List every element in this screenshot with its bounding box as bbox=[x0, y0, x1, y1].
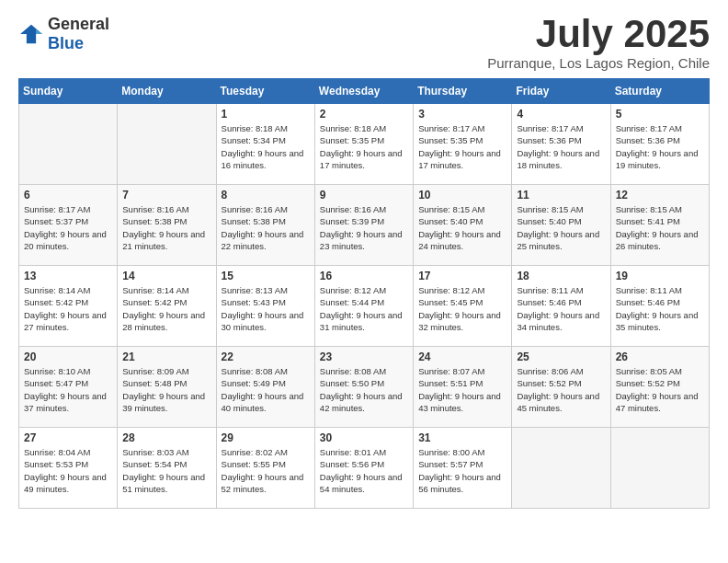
cell-info: Sunrise: 8:10 AM Sunset: 5:47 PM Dayligh… bbox=[24, 365, 112, 414]
calendar-cell: 27Sunrise: 8:04 AM Sunset: 5:53 PM Dayli… bbox=[19, 428, 118, 509]
calendar-cell: 20Sunrise: 8:10 AM Sunset: 5:47 PM Dayli… bbox=[19, 347, 118, 428]
day-number: 13 bbox=[24, 270, 112, 282]
day-number: 17 bbox=[418, 270, 506, 282]
week-row-1: 1Sunrise: 8:18 AM Sunset: 5:34 PM Daylig… bbox=[19, 104, 710, 185]
cell-info: Sunrise: 8:11 AM Sunset: 5:46 PM Dayligh… bbox=[616, 284, 704, 333]
cell-info: Sunrise: 8:18 AM Sunset: 5:34 PM Dayligh… bbox=[222, 122, 310, 171]
day-number: 1 bbox=[222, 108, 310, 121]
calendar-cell bbox=[118, 104, 216, 185]
day-number: 9 bbox=[320, 189, 408, 201]
header-cell-sunday: Sunday bbox=[19, 79, 118, 104]
calendar-cell: 1Sunrise: 8:18 AM Sunset: 5:34 PM Daylig… bbox=[216, 104, 314, 185]
calendar-cell: 12Sunrise: 8:15 AM Sunset: 5:41 PM Dayli… bbox=[610, 185, 709, 266]
day-number: 24 bbox=[418, 350, 506, 363]
cell-info: Sunrise: 8:03 AM Sunset: 5:54 PM Dayligh… bbox=[122, 446, 210, 495]
calendar-cell: 11Sunrise: 8:15 AM Sunset: 5:40 PM Dayli… bbox=[512, 185, 610, 266]
cell-info: Sunrise: 8:04 AM Sunset: 5:53 PM Dayligh… bbox=[24, 446, 112, 495]
calendar-cell: 26Sunrise: 8:05 AM Sunset: 5:52 PM Dayli… bbox=[610, 347, 709, 428]
day-number: 19 bbox=[616, 270, 704, 282]
cell-info: Sunrise: 8:05 AM Sunset: 5:52 PM Dayligh… bbox=[616, 365, 704, 414]
header-cell-monday: Monday bbox=[118, 79, 216, 104]
header-row: SundayMondayTuesdayWednesdayThursdayFrid… bbox=[19, 79, 710, 104]
calendar-cell: 25Sunrise: 8:06 AM Sunset: 5:52 PM Dayli… bbox=[512, 347, 610, 428]
calendar-cell: 21Sunrise: 8:09 AM Sunset: 5:48 PM Dayli… bbox=[118, 347, 216, 428]
calendar-cell: 10Sunrise: 8:15 AM Sunset: 5:40 PM Dayli… bbox=[414, 185, 512, 266]
logo-text-general: General bbox=[48, 15, 109, 33]
day-number: 29 bbox=[222, 431, 310, 444]
day-number: 15 bbox=[222, 270, 310, 282]
day-number: 27 bbox=[24, 431, 112, 444]
calendar-cell: 2Sunrise: 8:18 AM Sunset: 5:35 PM Daylig… bbox=[314, 104, 413, 185]
day-number: 21 bbox=[122, 350, 210, 363]
header-cell-wednesday: Wednesday bbox=[314, 79, 413, 104]
cell-info: Sunrise: 8:17 AM Sunset: 5:37 PM Dayligh… bbox=[24, 203, 112, 252]
calendar-cell bbox=[610, 428, 709, 509]
calendar-cell: 8Sunrise: 8:16 AM Sunset: 5:38 PM Daylig… bbox=[216, 185, 314, 266]
day-number: 6 bbox=[24, 189, 112, 201]
calendar-cell: 7Sunrise: 8:16 AM Sunset: 5:38 PM Daylig… bbox=[118, 185, 216, 266]
cell-info: Sunrise: 8:16 AM Sunset: 5:38 PM Dayligh… bbox=[222, 203, 310, 252]
cell-info: Sunrise: 8:15 AM Sunset: 5:41 PM Dayligh… bbox=[616, 203, 704, 252]
cell-info: Sunrise: 8:12 AM Sunset: 5:44 PM Dayligh… bbox=[320, 284, 408, 333]
header-cell-thursday: Thursday bbox=[414, 79, 512, 104]
day-number: 14 bbox=[122, 270, 210, 282]
day-number: 8 bbox=[222, 189, 310, 201]
calendar-cell: 4Sunrise: 8:17 AM Sunset: 5:36 PM Daylig… bbox=[512, 104, 610, 185]
header-cell-saturday: Saturday bbox=[610, 79, 709, 104]
title-area: July 2025 Purranque, Los Lagos Region, C… bbox=[487, 15, 710, 71]
calendar-cell: 22Sunrise: 8:08 AM Sunset: 5:49 PM Dayli… bbox=[216, 347, 314, 428]
cell-info: Sunrise: 8:14 AM Sunset: 5:42 PM Dayligh… bbox=[24, 284, 112, 333]
cell-info: Sunrise: 8:17 AM Sunset: 5:35 PM Dayligh… bbox=[418, 122, 506, 171]
cell-info: Sunrise: 8:00 AM Sunset: 5:57 PM Dayligh… bbox=[418, 446, 506, 495]
day-number: 28 bbox=[122, 431, 210, 444]
cell-info: Sunrise: 8:15 AM Sunset: 5:40 PM Dayligh… bbox=[517, 203, 605, 252]
week-row-5: 27Sunrise: 8:04 AM Sunset: 5:53 PM Dayli… bbox=[19, 428, 710, 509]
cell-info: Sunrise: 8:17 AM Sunset: 5:36 PM Dayligh… bbox=[616, 122, 704, 171]
week-row-3: 13Sunrise: 8:14 AM Sunset: 5:42 PM Dayli… bbox=[19, 266, 710, 347]
header-cell-tuesday: Tuesday bbox=[216, 79, 314, 104]
day-number: 30 bbox=[320, 431, 408, 444]
calendar-cell: 28Sunrise: 8:03 AM Sunset: 5:54 PM Dayli… bbox=[118, 428, 216, 509]
day-number: 4 bbox=[517, 108, 605, 121]
week-row-2: 6Sunrise: 8:17 AM Sunset: 5:37 PM Daylig… bbox=[19, 185, 710, 266]
logo-text-blue: Blue bbox=[48, 34, 84, 52]
calendar-cell: 14Sunrise: 8:14 AM Sunset: 5:42 PM Dayli… bbox=[118, 266, 216, 347]
calendar-cell: 16Sunrise: 8:12 AM Sunset: 5:44 PM Dayli… bbox=[314, 266, 413, 347]
calendar-cell: 24Sunrise: 8:07 AM Sunset: 5:51 PM Dayli… bbox=[414, 347, 512, 428]
day-number: 2 bbox=[320, 108, 408, 121]
day-number: 16 bbox=[320, 270, 408, 282]
calendar-cell: 9Sunrise: 8:16 AM Sunset: 5:39 PM Daylig… bbox=[314, 185, 413, 266]
day-number: 3 bbox=[418, 108, 506, 121]
calendar-cell: 18Sunrise: 8:11 AM Sunset: 5:46 PM Dayli… bbox=[512, 266, 610, 347]
cell-info: Sunrise: 8:02 AM Sunset: 5:55 PM Dayligh… bbox=[222, 446, 310, 495]
calendar-cell: 19Sunrise: 8:11 AM Sunset: 5:46 PM Dayli… bbox=[610, 266, 709, 347]
cell-info: Sunrise: 8:18 AM Sunset: 5:35 PM Dayligh… bbox=[320, 122, 408, 171]
calendar-cell bbox=[512, 428, 610, 509]
day-number: 26 bbox=[616, 350, 704, 363]
day-number: 23 bbox=[320, 350, 408, 363]
cell-info: Sunrise: 8:01 AM Sunset: 5:56 PM Dayligh… bbox=[320, 446, 408, 495]
day-number: 20 bbox=[24, 350, 112, 363]
logo: General Blue bbox=[18, 15, 109, 53]
cell-info: Sunrise: 8:11 AM Sunset: 5:46 PM Dayligh… bbox=[517, 284, 605, 333]
calendar-cell: 30Sunrise: 8:01 AM Sunset: 5:56 PM Dayli… bbox=[314, 428, 413, 509]
calendar-cell: 13Sunrise: 8:14 AM Sunset: 5:42 PM Dayli… bbox=[19, 266, 118, 347]
day-number: 11 bbox=[517, 189, 605, 201]
cell-info: Sunrise: 8:09 AM Sunset: 5:48 PM Dayligh… bbox=[122, 365, 210, 414]
cell-info: Sunrise: 8:07 AM Sunset: 5:51 PM Dayligh… bbox=[418, 365, 506, 414]
calendar-cell: 3Sunrise: 8:17 AM Sunset: 5:35 PM Daylig… bbox=[414, 104, 512, 185]
day-number: 22 bbox=[222, 350, 310, 363]
day-number: 18 bbox=[517, 270, 605, 282]
header-cell-friday: Friday bbox=[512, 79, 610, 104]
calendar-cell: 6Sunrise: 8:17 AM Sunset: 5:37 PM Daylig… bbox=[19, 185, 118, 266]
cell-info: Sunrise: 8:08 AM Sunset: 5:49 PM Dayligh… bbox=[222, 365, 310, 414]
month-title: July 2025 bbox=[487, 15, 710, 53]
calendar-cell: 29Sunrise: 8:02 AM Sunset: 5:55 PM Dayli… bbox=[216, 428, 314, 509]
header: General Blue July 2025 Purranque, Los La… bbox=[18, 15, 710, 71]
day-number: 7 bbox=[122, 189, 210, 201]
subtitle: Purranque, Los Lagos Region, Chile bbox=[487, 55, 710, 71]
cell-info: Sunrise: 8:15 AM Sunset: 5:40 PM Dayligh… bbox=[418, 203, 506, 252]
calendar-cell: 23Sunrise: 8:08 AM Sunset: 5:50 PM Dayli… bbox=[314, 347, 413, 428]
cell-info: Sunrise: 8:12 AM Sunset: 5:45 PM Dayligh… bbox=[418, 284, 506, 333]
cell-info: Sunrise: 8:13 AM Sunset: 5:43 PM Dayligh… bbox=[222, 284, 310, 333]
